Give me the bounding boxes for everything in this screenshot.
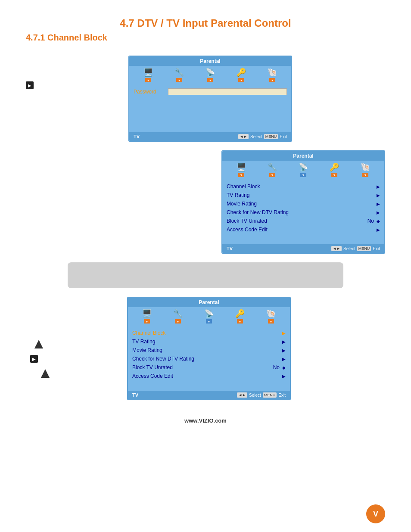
menu-item-channel-block-2[interactable]: Channel Block ▶	[222, 182, 384, 191]
block-unrated-value-3: No	[273, 364, 280, 370]
menu-item-tv-rating-3[interactable]: TV Rating ▶	[128, 337, 290, 346]
indicator-2-4: ▼	[331, 173, 337, 177]
icon-slot-monitor-2: 🖥️	[237, 163, 246, 171]
select-btn-1: ◄►	[238, 134, 249, 139]
menu-item-channel-block-3[interactable]: Channel Block ▶	[128, 329, 290, 337]
icon-slot-shell-1: 🐚	[268, 68, 277, 76]
shell-icon-3: 🐚	[266, 310, 276, 317]
exit-text-3: Exit	[278, 393, 286, 398]
block-unrated-label-3: Block TV Unrated	[132, 364, 273, 370]
menu-item-access-code-2[interactable]: Access Code Edit ▶	[222, 225, 384, 234]
indicator-1-5: ▼	[269, 78, 275, 82]
access-code-label-3: Access Code Edit	[132, 373, 282, 379]
tv-label-2: TV	[227, 246, 233, 251]
access-code-arrow-2: ▶	[377, 227, 380, 232]
block-unrated-diamond-3: ◆	[282, 365, 286, 370]
password-label: Password	[134, 89, 164, 95]
menu-item-movie-rating-2[interactable]: Movie Rating ▶	[222, 199, 384, 208]
section-2: Parental 🖥️ 🔧 📡 🔑	[26, 150, 385, 254]
menu-item-check-dtv-2[interactable]: Check for New DTV Rating ▶	[222, 208, 384, 217]
tv-footer-3: TV ◄► Select MENU Exit	[128, 391, 290, 399]
main-title: 4.7 DTV / TV Input Parental Control	[26, 17, 385, 29]
password-input[interactable]	[168, 88, 287, 95]
tool-icon-2: 🔧	[268, 163, 277, 171]
tv-screen-3: Parental 🖥️ 🔧 📡 🔑	[127, 297, 291, 400]
monitor-icon-3: 🖥️	[142, 310, 152, 317]
menu-item-tv-rating-2[interactable]: TV Rating ▶	[222, 191, 384, 199]
dish-icon-3: 📡	[204, 310, 214, 317]
empty-space-1	[129, 98, 291, 132]
icon-slot-dish-3: 📡	[204, 310, 214, 317]
footer-controls-2: ◄► Select MENU Exit	[331, 246, 380, 251]
block-unrated-value-2: No	[367, 218, 374, 224]
select-btn-2: ◄►	[331, 246, 342, 251]
indicator-3-5: ▼	[268, 319, 274, 324]
icon-slot-key-3: 🔑	[235, 310, 245, 317]
tv-header-3: Parental	[128, 298, 290, 307]
channel-block-label-2: Channel Block	[227, 184, 377, 190]
monitor-icon-2: 🖥️	[237, 163, 246, 171]
movie-rating-arrow-2: ▶	[377, 202, 380, 206]
icon-slot-dish-2: 📡	[299, 163, 308, 171]
tv-header-1: Parental	[129, 56, 291, 66]
dish-icon-2: 📡	[299, 163, 308, 171]
section-1: ▶ Parental 🖥️ 🔧 📡 🔑	[26, 56, 385, 142]
menu-item-movie-rating-3[interactable]: Movie Rating ▶	[128, 346, 290, 355]
access-code-arrow-3: ▶	[282, 374, 286, 379]
monitor-icon-1: 🖥️	[143, 68, 153, 76]
channel-block-arrow-3: ▶	[282, 331, 286, 336]
select-btn-3: ◄►	[237, 392, 247, 398]
indicator-2-2: ▼	[269, 173, 275, 177]
tool-icon-1: 🔧	[174, 68, 184, 76]
menu-body-3: Channel Block ▶ TV Rating ▶ Movie Rating…	[128, 327, 290, 382]
select-text-3: Select	[249, 393, 261, 398]
exit-text-1: Exit	[280, 134, 287, 139]
key-icon-3: 🔑	[235, 310, 245, 317]
shell-icon-1: 🐚	[268, 68, 277, 76]
icon-slot-pen-2: 🔧	[268, 163, 277, 171]
menu-item-block-unrated-3[interactable]: Block TV Unrated No ◆	[128, 363, 290, 372]
footer-controls-3: ◄► Select MENU Exit	[237, 392, 286, 398]
menu-item-access-code-3[interactable]: Access Code Edit ▶	[128, 372, 290, 380]
icon-slot-pen-1: 🔧	[174, 68, 184, 76]
icon-slot-shell-2: 🐚	[361, 163, 370, 171]
block-unrated-label-2: Block TV Unrated	[227, 218, 367, 224]
select-text-1: Select	[250, 134, 262, 139]
spacer-box	[68, 262, 343, 288]
tv-header-2: Parental	[222, 151, 384, 161]
indicator-2-1: ▼	[238, 173, 244, 177]
up-arrow-icon-1	[34, 340, 43, 348]
section-1-icons: ▶	[26, 56, 34, 89]
icon-slot-dish-1: 📡	[206, 68, 215, 76]
channel-block-arrow-2: ▶	[377, 184, 380, 189]
tv-rating-label-2: TV Rating	[227, 192, 377, 198]
menu-btn-2: MENU	[357, 246, 371, 251]
indicator-1-3: ▼	[207, 78, 213, 82]
movie-rating-label-3: Movie Rating	[132, 347, 282, 353]
icons-row-1: 🖥️ 🔧 📡 🔑 🐚 ▼	[129, 66, 291, 86]
key-icon-2: 🔑	[330, 163, 339, 171]
tool-icon-3: 🔧	[173, 310, 183, 317]
icon-slot-shell-3: 🐚	[266, 310, 276, 317]
icons-row-3: 🖥️ 🔧 📡 🔑 🐚 ▼	[128, 307, 290, 327]
vizio-logo: V	[366, 504, 385, 523]
indicator-3-3: ▼	[206, 319, 212, 324]
footer-url: www.VIZIO.com	[184, 417, 227, 424]
tv-screen-1: Parental 🖥️ 🔧 📡 🔑	[128, 56, 292, 142]
check-dtv-label-2: Check for New DTV Rating	[227, 209, 377, 215]
indicator-3-1: ▼	[144, 319, 150, 324]
block-unrated-diamond-2: ◆	[377, 219, 380, 224]
movie-rating-label-2: Movie Rating	[227, 201, 377, 207]
tv-rating-label-3: TV Rating	[132, 339, 282, 345]
indicator-3-2: ▼	[175, 319, 181, 324]
tv-rating-arrow-3: ▶	[282, 339, 286, 344]
tv-label-3: TV	[132, 392, 138, 398]
menu-item-block-unrated-2[interactable]: Block TV Unrated No ◆	[222, 217, 384, 225]
menu-item-check-dtv-3[interactable]: Check for New DTV Rating ▶	[128, 355, 290, 363]
right-arrow-icon-2: ▶	[30, 355, 38, 363]
exit-text-2: Exit	[373, 246, 380, 251]
select-text-2: Select	[343, 246, 355, 251]
menu-btn-3: MENU	[263, 392, 277, 398]
empty-space-2	[222, 236, 384, 244]
dish-icon-1: 📡	[206, 68, 215, 76]
